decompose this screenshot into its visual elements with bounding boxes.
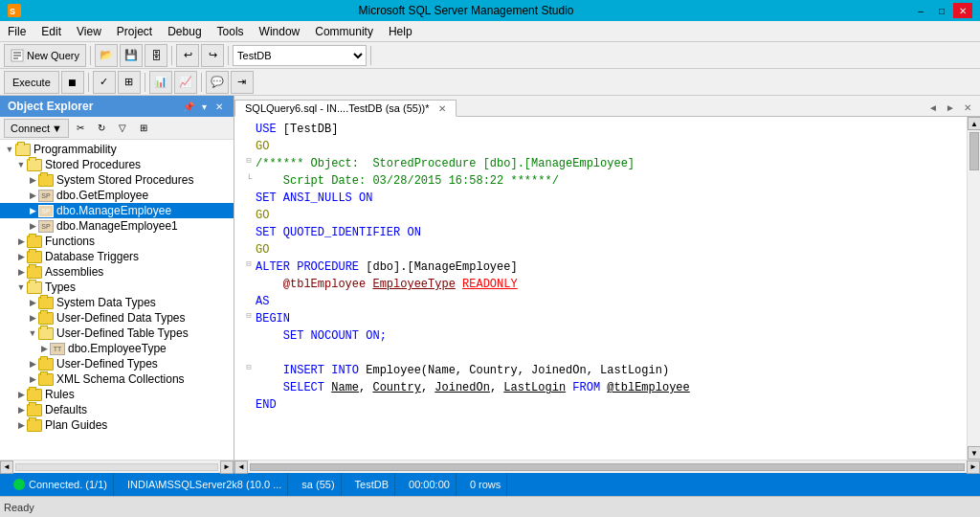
tree-item-stored-procedures[interactable]: ▼ Stored Procedures xyxy=(0,157,234,172)
connect-button[interactable]: Connect ▼ xyxy=(4,119,69,138)
tree-item-getemployee[interactable]: ▶ SP dbo.GetEmployee xyxy=(0,188,234,203)
toggle-xml-schema[interactable]: ▶ xyxy=(27,373,38,385)
toggle-defaults[interactable]: ▶ xyxy=(15,404,27,416)
scroll-right-btn[interactable]: ► xyxy=(220,461,234,474)
toggle-rules[interactable]: ▶ xyxy=(15,389,27,400)
tree-item-ud-types[interactable]: ▶ User-Defined Types xyxy=(0,356,234,371)
editor-scroll-right[interactable]: ► xyxy=(967,461,980,474)
toggle-system-procs[interactable]: ▶ xyxy=(27,174,38,186)
toggle-getemployee[interactable]: ▶ xyxy=(27,190,38,201)
toggle-programmability[interactable]: ▼ xyxy=(4,144,15,155)
title-bar: S Microsoft SQL Server Management Studio… xyxy=(0,0,980,21)
tree-item-system-stored-procedures[interactable]: ▶ System Stored Procedures xyxy=(0,172,234,188)
tree-item-xml-schema[interactable]: ▶ XML Schema Collections xyxy=(0,371,234,387)
tree-item-programmability[interactable]: ▼ Programmability xyxy=(0,142,234,157)
toolbar-sep-7 xyxy=(201,73,202,92)
close-button[interactable]: ✕ xyxy=(953,3,972,18)
execute-button[interactable]: Execute xyxy=(4,71,59,94)
tree-item-defaults[interactable]: ▶ Defaults xyxy=(0,402,234,417)
tree-item-plan-guides[interactable]: ▶ Plan Guides xyxy=(0,417,234,433)
tree-item-ud-table-types[interactable]: ▼ User-Defined Table Types xyxy=(0,326,234,341)
tree-item-functions[interactable]: ▶ Functions xyxy=(0,234,234,249)
new-query-button[interactable]: New Query xyxy=(4,44,86,67)
tree-item-employeetype[interactable]: ▶ TT dbo.EmployeeType xyxy=(0,341,234,356)
query-tab[interactable]: SQLQuery6.sql - IN....TestDB (sa (55))* … xyxy=(234,100,457,117)
tree-item-system-data-types[interactable]: ▶ System Data Types xyxy=(0,295,234,310)
toggle-assemblies[interactable]: ▶ xyxy=(15,266,27,278)
toggle-ud-table-types[interactable]: ▼ xyxy=(27,327,38,339)
toggle-functions[interactable]: ▶ xyxy=(15,236,27,247)
toggle-ud-data-types[interactable]: ▶ xyxy=(27,312,38,324)
tree-item-types[interactable]: ▼ Types xyxy=(0,280,234,295)
scroll-left-btn[interactable]: ◄ xyxy=(0,461,13,474)
parse-button[interactable]: ✓ xyxy=(93,71,116,94)
redo-button[interactable]: ↪ xyxy=(201,44,224,67)
include-actual-plan-button[interactable]: 📊 xyxy=(149,71,172,94)
menu-project[interactable]: Project xyxy=(109,23,160,40)
toggle-stored-procedures[interactable]: ▼ xyxy=(15,159,27,170)
comment-button[interactable]: 💬 xyxy=(206,71,229,94)
toggle-manageemployee1[interactable]: ▶ xyxy=(27,220,38,232)
oe-close-button[interactable]: ✕ xyxy=(212,100,226,113)
editor-scroll-track[interactable] xyxy=(250,463,965,471)
tab-close-all[interactable]: ✕ xyxy=(959,99,976,116)
minimize-button[interactable]: – xyxy=(911,3,930,18)
database-selector[interactable]: TestDB xyxy=(233,45,367,66)
scroll-track[interactable] xyxy=(15,463,218,471)
connection-status: Connected. (1/1) xyxy=(8,473,114,496)
tree-item-rules[interactable]: ▶ Rules xyxy=(0,387,234,402)
tree-item-manageemployee[interactable]: ▶ SP dbo.ManageEmployee xyxy=(0,203,234,218)
undo-button[interactable]: ↩ xyxy=(176,44,199,67)
toggle-employeetype[interactable]: ▶ xyxy=(38,343,50,354)
tree-item-db-triggers[interactable]: ▶ Database Triggers xyxy=(0,249,234,264)
client-stats-button[interactable]: 📈 xyxy=(174,71,197,94)
code-content-2: GO xyxy=(256,138,959,155)
tab-ctrl-right[interactable]: ► xyxy=(942,99,959,116)
tree-item-assemblies[interactable]: ▶ Assemblies xyxy=(0,264,234,280)
toggle-system-data-types[interactable]: ▶ xyxy=(27,297,38,308)
label-plan-guides: Plan Guides xyxy=(45,418,107,432)
tree-item-ud-data-types[interactable]: ▶ User-Defined Data Types xyxy=(0,310,234,326)
user-status: sa (55) xyxy=(296,473,341,496)
oe-disconnect-button[interactable]: ✂ xyxy=(71,120,90,137)
menu-window[interactable]: Window xyxy=(252,23,308,40)
toggle-manageemployee[interactable]: ▶ xyxy=(27,205,38,216)
menu-help[interactable]: Help xyxy=(381,23,420,40)
toggle-plan-guides[interactable]: ▶ xyxy=(15,419,27,431)
tab-ctrl-left[interactable]: ◄ xyxy=(924,99,942,116)
oe-pin-button[interactable]: 📌 xyxy=(182,100,195,113)
code-editor[interactable]: USE [TestDB] GO ⊟ /****** Object: Stored… xyxy=(234,117,967,460)
toggle-db-triggers[interactable]: ▶ xyxy=(15,251,27,262)
editor-scrollbar-x[interactable]: ◄ ► xyxy=(234,460,980,473)
oe-filter-button[interactable]: ▽ xyxy=(113,120,132,137)
indent-button[interactable]: ⇥ xyxy=(231,71,254,94)
editor-scroll-left[interactable]: ◄ xyxy=(234,461,248,474)
menu-view[interactable]: View xyxy=(69,23,109,40)
scroll-down-btn[interactable]: ▼ xyxy=(968,446,980,460)
scrollbar-thumb[interactable] xyxy=(969,132,979,170)
oe-refresh-button[interactable]: ↻ xyxy=(92,120,111,137)
stop-button[interactable]: ⏹ xyxy=(61,71,84,94)
editor-scrollbar-y[interactable]: ▲ ▼ xyxy=(967,117,980,460)
oe-arrow-button[interactable]: ▾ xyxy=(197,100,211,113)
menu-tools[interactable]: Tools xyxy=(210,23,252,40)
oe-summary-button[interactable]: ⊞ xyxy=(134,120,153,137)
connection-indicator xyxy=(13,479,25,490)
maximize-button[interactable]: □ xyxy=(932,3,951,18)
ready-text: Ready xyxy=(4,502,34,513)
open-button[interactable]: 📂 xyxy=(95,44,118,67)
save-all-button[interactable]: 🗄 xyxy=(145,44,167,67)
folder-icon-ud-table-types xyxy=(38,327,54,340)
menu-edit[interactable]: Edit xyxy=(33,23,69,40)
scroll-up-btn[interactable]: ▲ xyxy=(968,117,980,130)
code-line-14 xyxy=(242,345,959,362)
menu-debug[interactable]: Debug xyxy=(160,23,209,40)
menu-community[interactable]: Community xyxy=(307,23,381,40)
toggle-types[interactable]: ▼ xyxy=(15,281,27,293)
tab-close-button[interactable]: ✕ xyxy=(438,103,446,114)
tree-item-manageemployee1[interactable]: ▶ SP dbo.ManageEmployee1 xyxy=(0,218,234,234)
results-button[interactable]: ⊞ xyxy=(118,71,141,94)
menu-file[interactable]: File xyxy=(0,23,33,40)
toggle-ud-types[interactable]: ▶ xyxy=(27,358,38,370)
save-button[interactable]: 💾 xyxy=(120,44,143,67)
